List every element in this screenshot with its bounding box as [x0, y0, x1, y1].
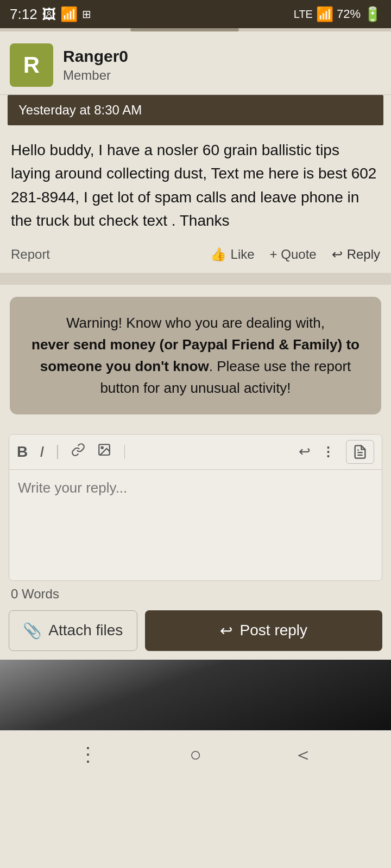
- file-browse-button[interactable]: [346, 440, 374, 464]
- attach-files-button[interactable]: 📎 Attach files: [9, 610, 137, 651]
- separator-1: [57, 445, 58, 459]
- undo-button[interactable]: ↩: [299, 443, 311, 460]
- timestamp-bar: Yesterday at 8:30 AM: [8, 95, 383, 125]
- toolbar-right: ↩ ⋮: [299, 440, 374, 464]
- italic-button[interactable]: I: [40, 443, 44, 461]
- bottom-image-preview: [0, 660, 391, 730]
- username: Ranger0: [63, 47, 128, 66]
- status-right: LTE 📶 72% 🔋: [294, 6, 381, 23]
- like-icon: 👍: [210, 247, 226, 262]
- scroll-indicator: [0, 28, 391, 31]
- nav-back-icon[interactable]: ＜: [293, 742, 313, 768]
- svg-point-1: [101, 447, 103, 449]
- battery-label: 72%: [337, 7, 361, 21]
- status-left: 7:12 🖼 📶 ⊞: [10, 6, 91, 23]
- signal-bars-icon: 📶: [316, 6, 333, 23]
- image-placeholder: [0, 660, 391, 730]
- word-count: 0 Words: [9, 581, 382, 610]
- editor-toolbar: B I ↩ ⋮: [9, 435, 382, 470]
- post-reply-icon: ↩: [220, 622, 232, 640]
- post-content: Hello buddy, I have a nosler 60 grain ba…: [0, 125, 391, 241]
- user-header: R Ranger0 Member: [0, 31, 391, 95]
- like-button[interactable]: 👍 Like: [210, 247, 255, 262]
- reply-icon: ↩: [332, 247, 343, 262]
- image-button[interactable]: [97, 443, 111, 461]
- bottom-buttons: 📎 Attach files ↩ Post reply: [9, 610, 382, 660]
- time-display: 7:12: [10, 6, 37, 23]
- nav-recent-apps-icon[interactable]: ⋮: [78, 743, 98, 766]
- extra-icon: ⊞: [82, 8, 91, 21]
- status-bar: 7:12 🖼 📶 ⊞ LTE 📶 72% 🔋: [0, 0, 391, 28]
- user-info: Ranger0 Member: [63, 47, 128, 83]
- section-divider: [0, 273, 391, 285]
- post-reply-button[interactable]: ↩ Post reply: [145, 610, 382, 651]
- reply-section: B I ↩ ⋮: [0, 426, 391, 660]
- separator-2: [124, 445, 125, 459]
- lte-label: LTE: [294, 8, 313, 21]
- reply-button[interactable]: ↩ Reply: [332, 247, 380, 262]
- more-options-button[interactable]: ⋮: [321, 444, 335, 459]
- avatar: R: [10, 43, 53, 87]
- bold-button[interactable]: B: [17, 443, 28, 461]
- nav-bar: ⋮ ○ ＜: [0, 730, 391, 779]
- post-actions: Report 👍 Like + Quote ↩ Reply: [0, 241, 391, 273]
- report-button[interactable]: Report: [11, 247, 50, 262]
- quote-button[interactable]: + Quote: [270, 247, 317, 262]
- editor-container: B I ↩ ⋮: [9, 434, 382, 581]
- user-role: Member: [63, 68, 128, 83]
- wifi-icon: 📶: [60, 6, 78, 23]
- gallery-icon: 🖼: [42, 6, 56, 23]
- scroll-thumb: [130, 28, 239, 31]
- battery-icon: 🔋: [364, 6, 381, 23]
- nav-home-icon[interactable]: ○: [190, 743, 201, 766]
- reply-textarea[interactable]: [9, 470, 382, 578]
- warning-box: Warning! Know who you are dealing with, …: [10, 297, 381, 414]
- link-button[interactable]: [71, 443, 85, 461]
- paperclip-icon: 📎: [23, 622, 42, 640]
